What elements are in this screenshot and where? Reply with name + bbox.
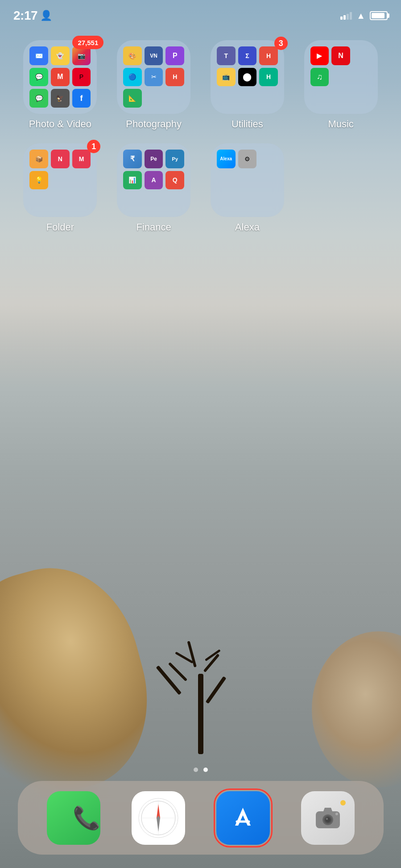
dock-phone[interactable]: 📞 — [47, 791, 100, 845]
folder-music[interactable]: ▶ N ♫ Music — [298, 40, 383, 130]
folder-photography[interactable]: 🎨 VN P 🔵 ✂ H 📐 Photography — [112, 40, 196, 130]
mini-app-msg: 💬 — [29, 89, 48, 108]
phone-glyph: 📞 — [73, 805, 100, 831]
folder-folder[interactable]: 1 📦 N M 💡 Folder — [18, 143, 103, 233]
badge-photo-video: 27,551 — [72, 36, 103, 49]
battery-fill — [372, 13, 384, 18]
mini-app-a: A — [145, 171, 163, 190]
mini-app-ps: 📐 — [123, 89, 142, 108]
folder-music-icon: ▶ N ♫ — [304, 40, 378, 114]
folder-photo-video[interactable]: 27,551 ✉️ 👻 📷 💬 M P 💬 🦅 f Photo & Video — [18, 40, 103, 130]
folder-photography-label: Photography — [126, 118, 182, 130]
mini-app-gmail: M — [51, 68, 70, 87]
mini-app-pe: Pe — [145, 150, 163, 168]
mini-app-teams: T — [217, 46, 236, 65]
folder-photo-video-icon: 27,551 ✉️ 👻 📷 💬 M P 💬 🦅 f — [23, 40, 97, 114]
folder-finance-label: Finance — [136, 221, 171, 233]
mini-app-bulb: 💡 — [29, 171, 48, 190]
folder-music-label: Music — [328, 118, 353, 130]
mini-app-q: Q — [165, 171, 184, 190]
signal-bar-2 — [343, 15, 346, 20]
mini-app-h3: H — [259, 68, 278, 87]
dock: 📞 — [18, 781, 384, 855]
mini-app-lr: ✂ — [145, 68, 163, 87]
status-bar: 2:17 👤 ▲ — [0, 0, 401, 27]
mini-app-vn: VN — [145, 46, 163, 65]
folder-folder-label: Folder — [46, 221, 74, 233]
mini-app-n: N — [51, 150, 70, 168]
mini-app-h2: H — [259, 46, 278, 65]
mini-app-p: P — [165, 46, 184, 65]
dock-appstore[interactable] — [216, 791, 270, 845]
folder-photography-icon: 🎨 VN P 🔵 ✂ H 📐 — [117, 40, 190, 114]
svg-point-10 — [325, 817, 331, 822]
status-time: 2:17 — [13, 8, 37, 23]
person-icon: 👤 — [40, 10, 52, 21]
camera-dot — [340, 800, 346, 805]
app-grid: 27,551 ✉️ 👻 📷 💬 M P 💬 🦅 f Photo & Video … — [0, 31, 401, 242]
dock-safari[interactable] — [132, 791, 185, 845]
tree-trunk — [198, 674, 203, 754]
folder-alexa[interactable]: Alexa ⚙ Alexa — [205, 143, 290, 233]
camera-icon — [301, 791, 355, 845]
wifi-icon: ▲ — [356, 11, 365, 21]
dot-1 — [194, 768, 198, 772]
appstore-icon — [216, 791, 270, 845]
dot-2 — [203, 768, 208, 772]
battery-icon — [370, 11, 388, 20]
signal-bars — [340, 12, 352, 20]
mini-app-amazon: 📦 — [29, 150, 48, 168]
mini-app-phonepe: ₹ — [123, 150, 142, 168]
mini-app-wa: 💬 — [29, 68, 48, 87]
badge-utilities: 3 — [274, 37, 288, 50]
folder-photo-video-label: Photo & Video — [29, 118, 91, 130]
svg-point-12 — [326, 818, 328, 820]
folder-finance-icon: ₹ Pe Py 📊 A Q — [117, 143, 190, 217]
mini-app-dot: ⬤ — [238, 68, 257, 87]
mini-app-sigma: Σ — [238, 46, 257, 65]
mini-app-m: M — [72, 150, 91, 168]
mini-app-gear: ⚙ — [238, 150, 257, 168]
folder-utilities-icon: 3 T Σ H 📺 ⬤ H — [211, 40, 284, 114]
mini-app-h: H — [165, 68, 184, 87]
folder-alexa-label: Alexa — [235, 221, 260, 233]
mini-app-ig: 📷 — [72, 46, 91, 65]
mini-app-yt: ▶ — [310, 46, 329, 65]
mini-app-snap: 👻 — [51, 46, 70, 65]
phone-icon: 📞 — [47, 791, 100, 845]
mini-app-pint: P — [72, 68, 91, 87]
svg-point-11 — [335, 813, 338, 815]
folder-utilities-label: Utilities — [232, 118, 263, 130]
mini-app-canva: 🎨 — [123, 46, 142, 65]
folder-alexa-icon: Alexa ⚙ — [211, 143, 284, 217]
page-dots — [194, 768, 208, 772]
badge-folder: 1 — [87, 140, 100, 153]
folder-folder-icon: 1 📦 N M 💡 — [23, 143, 97, 217]
dock-camera[interactable] — [301, 791, 355, 845]
mini-app-paytm: Py — [165, 150, 184, 168]
mini-app-spotify: ♫ — [310, 68, 329, 87]
signal-bar-1 — [340, 17, 343, 20]
mini-app-empty — [353, 46, 372, 65]
mini-app-fb: f — [72, 89, 91, 108]
folder-utilities[interactable]: 3 T Σ H 📺 ⬤ H Utilities — [205, 40, 290, 130]
mini-app-netflix: N — [331, 46, 350, 65]
mini-app-tv: 📺 — [217, 68, 236, 87]
mini-app-c1: 🔵 — [123, 68, 142, 87]
mini-app-mail: ✉️ — [29, 46, 48, 65]
mini-app-mf: 📊 — [123, 171, 142, 190]
mini-app-hv: 🦅 — [51, 89, 70, 108]
signal-bar-4 — [350, 12, 352, 20]
folder-finance[interactable]: ₹ Pe Py 📊 A Q Finance — [112, 143, 196, 233]
signal-bar-3 — [347, 14, 349, 20]
mini-app-alexa: Alexa — [217, 150, 236, 168]
safari-icon — [132, 791, 185, 845]
